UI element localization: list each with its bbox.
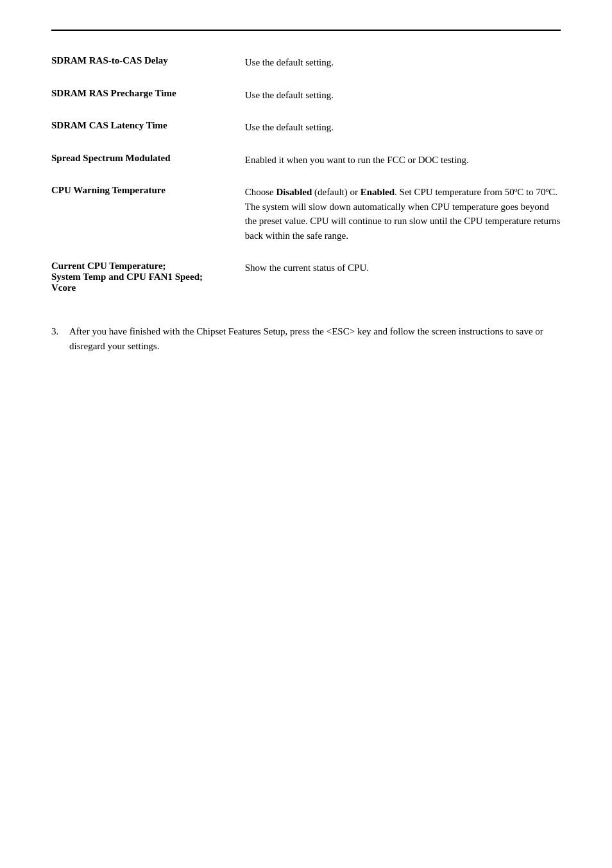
table-row: SDRAM CAS Latency TimeUse the default se… [51,114,561,146]
list-item: 3.After you have finished with the Chips… [51,324,561,354]
term-cell: SDRAM RAS Precharge Time [51,82,245,114]
settings-table: SDRAM RAS-to-CAS DelayUse the default se… [51,49,561,305]
description-cell: Use the default setting. [245,49,561,82]
term-cell: SDRAM CAS Latency Time [51,114,245,146]
step-text: After you have finished with the Chipset… [69,324,561,354]
term-cell: Spread Spectrum Modulated [51,146,245,179]
table-row: SDRAM RAS-to-CAS DelayUse the default se… [51,49,561,82]
term-cell: SDRAM RAS-to-CAS Delay [51,49,245,82]
description-cell: Use the default setting. [245,82,561,114]
step-list: 3.After you have finished with the Chips… [51,324,561,354]
description-cell: Choose Disabled (default) or Enabled. Se… [245,178,561,254]
table-row: Spread Spectrum ModulatedEnabled it when… [51,146,561,179]
description-cell: Show the current status of CPU. [245,254,561,305]
description-cell: Use the default setting. [245,114,561,146]
term-cell: CPU Warning Temperature [51,178,245,254]
table-row: SDRAM RAS Precharge TimeUse the default … [51,82,561,114]
table-row: CPU Warning TemperatureChoose Disabled (… [51,178,561,254]
step-number: 3. [51,324,69,339]
description-cell: Enabled it when you want to run the FCC … [245,146,561,179]
page-header [51,26,561,31]
term-cell: Current CPU Temperature;System Temp and … [51,254,245,305]
table-row: Current CPU Temperature;System Temp and … [51,254,561,305]
